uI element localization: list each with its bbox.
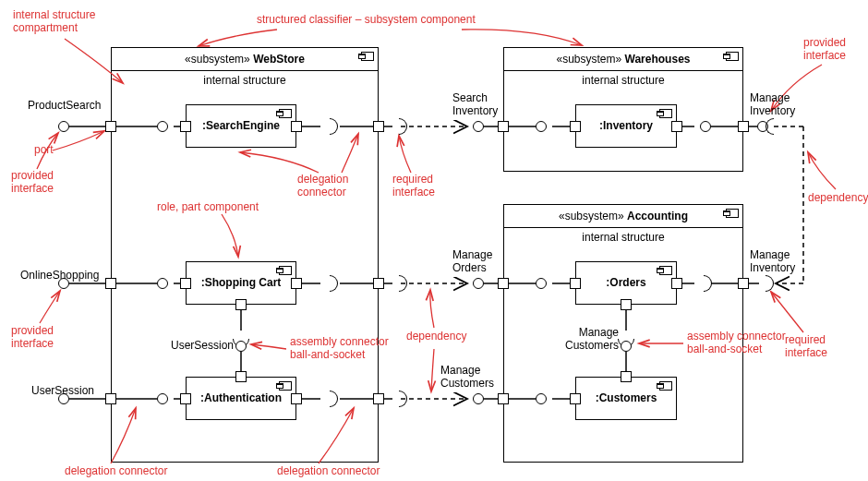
port xyxy=(671,278,682,289)
ann-port: port xyxy=(34,144,54,157)
port xyxy=(621,371,632,382)
label-user-session-left: UserSession xyxy=(31,385,94,398)
port xyxy=(738,121,749,132)
provided-ball xyxy=(235,341,247,352)
ann-role-part-component: role, part component xyxy=(157,201,259,214)
port xyxy=(291,278,302,289)
port xyxy=(235,299,247,310)
port xyxy=(570,278,581,289)
port xyxy=(570,393,581,404)
provided-ball xyxy=(473,393,484,404)
ann-internal-structure-compartment: internal structure compartment xyxy=(13,9,95,35)
provided-ball xyxy=(536,278,547,289)
ann-delegation-connector-bl: delegation connector xyxy=(65,465,167,478)
ann-delegation-connector-bc: delegation connector xyxy=(277,465,380,478)
provided-ball xyxy=(157,121,168,132)
port xyxy=(671,121,682,132)
ann-structured-classifier: structured classifier – subsystem compon… xyxy=(257,14,476,27)
port xyxy=(105,393,116,404)
provided-ball xyxy=(58,121,69,132)
label-product-search: ProductSearch xyxy=(28,100,101,113)
ann-required-interface-1: required interface xyxy=(392,174,435,199)
provided-ball xyxy=(473,121,484,132)
label-manage-customers-top: Manage Customers xyxy=(565,327,619,353)
label-manage-inventory-2: Manage Inventory xyxy=(750,249,795,275)
port xyxy=(291,393,302,404)
ann-dependency-r: dependency xyxy=(808,192,868,205)
port xyxy=(738,278,749,289)
provided-ball xyxy=(157,278,168,289)
ann-provided-interface-l2: provided interface xyxy=(11,325,54,351)
port xyxy=(498,278,509,289)
label-user-session-top: UserSession xyxy=(171,340,234,353)
provided-ball xyxy=(700,121,711,132)
provided-ball xyxy=(536,121,547,132)
ann-required-interface-r: required interface xyxy=(785,334,827,360)
ann-delegation-connector-1: delegation connector xyxy=(297,174,348,199)
port xyxy=(498,393,509,404)
port xyxy=(498,121,509,132)
port xyxy=(180,121,191,132)
label-search-inventory: Search Inventory xyxy=(452,92,498,118)
port xyxy=(105,121,116,132)
port xyxy=(180,393,191,404)
ann-provided-interface-tr: provided interface xyxy=(803,37,846,63)
label-manage-inventory-1: Manage Inventory xyxy=(750,92,795,118)
port xyxy=(373,278,384,289)
provided-ball xyxy=(473,278,484,289)
label-online-shopping: OnlineShopping xyxy=(20,270,99,283)
port xyxy=(373,393,384,404)
provided-ball xyxy=(157,393,168,404)
port xyxy=(373,121,384,132)
ann-provided-interface-l1: provided interface xyxy=(11,170,54,196)
provided-ball xyxy=(536,393,547,404)
port xyxy=(180,278,191,289)
port xyxy=(235,371,247,382)
port xyxy=(291,121,302,132)
label-manage-customers-left: Manage Customers xyxy=(440,365,494,391)
provided-ball xyxy=(621,341,632,352)
connectors-svg xyxy=(0,0,868,481)
label-manage-orders: Manage Orders xyxy=(452,249,492,275)
port xyxy=(621,299,632,310)
port xyxy=(105,278,116,289)
ann-dependency-c: dependency xyxy=(406,331,466,343)
ann-assembly-connector-1: assembly connector ball-and-socket xyxy=(290,336,389,362)
port xyxy=(570,121,581,132)
ann-assembly-connector-2: assembly connector ball-and-socket xyxy=(687,331,786,356)
